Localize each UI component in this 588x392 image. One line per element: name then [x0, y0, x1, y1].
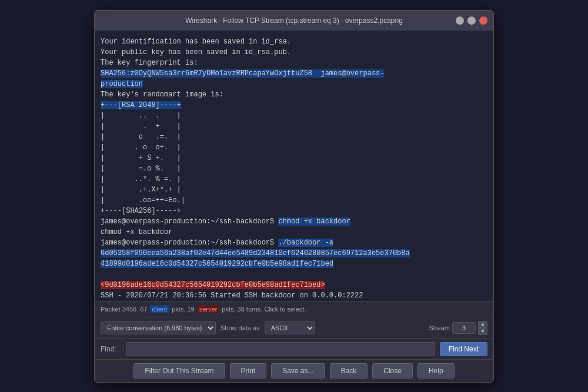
client-badge[interactable]: client: [150, 305, 170, 313]
stream-label: Stream: [429, 324, 450, 331]
back-button[interactable]: Back: [330, 363, 368, 378]
filter-out-button[interactable]: Filter Out This Stream: [133, 363, 225, 378]
stream-control: Stream ▲ ▼: [429, 321, 487, 335]
window-controls: – □ ✕: [456, 16, 487, 25]
status-text-middle: pkts, 19: [172, 306, 195, 313]
stream-down-button[interactable]: ▼: [478, 328, 487, 335]
status-text-after: pkts, 38 turns. Click to select.: [222, 306, 306, 313]
maximize-button[interactable]: □: [467, 16, 476, 25]
print-button[interactable]: Print: [230, 363, 267, 378]
stream-up-button[interactable]: ▲: [478, 321, 487, 328]
server-badge[interactable]: server: [197, 305, 220, 313]
find-next-button[interactable]: Find Next: [440, 342, 487, 356]
wireshark-tcp-stream-window: Wireshark · Follow TCP Stream (tcp.strea…: [94, 10, 494, 383]
close-button[interactable]: Close: [372, 363, 413, 378]
find-label: Find:: [101, 345, 121, 353]
status-text-before: Packet 3456. 67: [101, 306, 148, 313]
status-bar: Packet 3456. 67 client pkts, 19 server p…: [95, 301, 493, 317]
controls-row: Entire conversation (6,980 bytes) Client…: [95, 317, 493, 339]
find-input[interactable]: [126, 342, 435, 356]
minimize-button[interactable]: –: [456, 16, 464, 25]
encoding-select[interactable]: ASCII Hex Dump C Arrays Raw: [265, 321, 315, 334]
titlebar: Wireshark · Follow TCP Stream (tcp.strea…: [95, 11, 493, 31]
show-data-as-label: Show data as: [220, 324, 260, 331]
window-title: Wireshark · Follow TCP Stream (tcp.strea…: [185, 16, 403, 25]
save-as-button[interactable]: Save as...: [271, 363, 325, 378]
conversation-select[interactable]: Entire conversation (6,980 bytes) Client…: [101, 321, 216, 334]
find-row: Find: Find Next: [95, 339, 493, 359]
stream-input[interactable]: [452, 322, 476, 334]
action-row: Filter Out This Stream Print Save as... …: [95, 359, 493, 382]
close-window-button[interactable]: ✕: [479, 16, 487, 25]
stream-spinners: ▲ ▼: [478, 321, 487, 335]
stream-content: Your identification has been saved in id…: [95, 31, 493, 301]
help-button[interactable]: Help: [417, 363, 455, 378]
